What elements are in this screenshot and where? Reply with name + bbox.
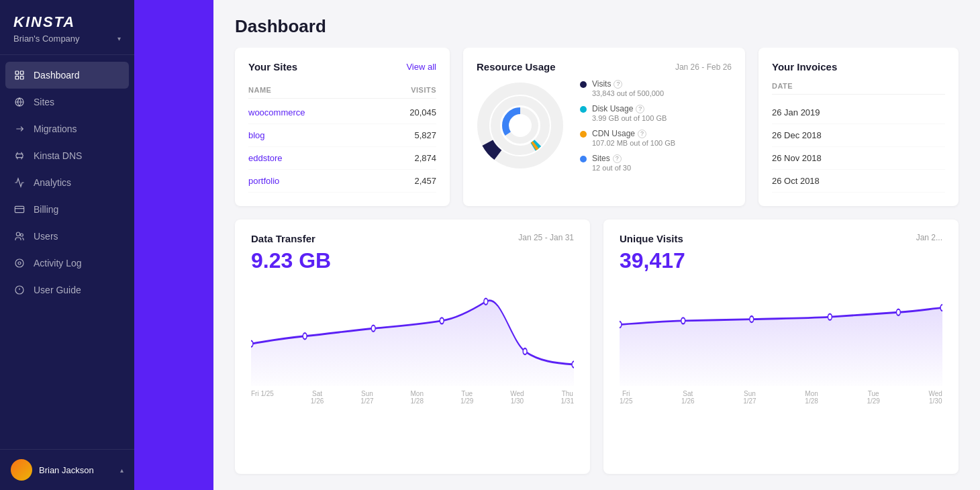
- chevron-down-icon: ▾: [117, 35, 121, 42]
- svg-point-7: [16, 232, 19, 236]
- unique-visits-chart: [620, 279, 942, 386]
- resource-card-header: Resource Usage Jan 26 - Feb 26: [477, 61, 732, 72]
- sidebar-item-sites[interactable]: Sites: [0, 89, 134, 115]
- invoice-row-2[interactable]: 26 Nov 2018: [772, 147, 945, 170]
- site-name-1[interactable]: blog: [248, 130, 265, 140]
- table-row: woocommerce 20,045: [248, 101, 436, 124]
- x-label-2: Sun1/27: [360, 390, 373, 405]
- disk-label: Disk Usage: [592, 104, 633, 113]
- top-row: Your Sites View all NAME VISITS woocomme…: [235, 48, 959, 206]
- sidebar-item-user-guide[interactable]: User Guide: [0, 277, 134, 303]
- sidebar-item-label-sites: Sites: [34, 97, 54, 107]
- table-row: eddstore 2,874: [248, 147, 436, 170]
- svg-point-32: [896, 309, 900, 315]
- invoice-row-3[interactable]: 26 Oct 2018: [772, 170, 945, 193]
- invoice-row-0[interactable]: 26 Jan 2019: [772, 101, 945, 124]
- sidebar-item-migrations[interactable]: Migrations: [0, 115, 134, 142]
- disk-info-icon[interactable]: ?: [636, 105, 644, 113]
- x-label-3: Mon1/28: [411, 390, 424, 405]
- sidebar-item-label-dashboard: Dashboard: [34, 70, 80, 81]
- dashboard-icon: [13, 69, 26, 81]
- legend-item-cdn: CDN Usage ? 107.02 MB out of 100 GB: [580, 129, 675, 147]
- legend-item-sites: Sites ? 12 out of 30: [580, 154, 675, 172]
- donut-chart: [477, 82, 564, 169]
- sidebar-item-analytics[interactable]: Analytics: [0, 169, 134, 196]
- sidebar-item-dashboard[interactable]: Dashboard: [5, 62, 129, 89]
- cdn-value: 107.02 MB out of 100 GB: [592, 139, 675, 147]
- unique-visits-header: Unique Visits Jan 2...: [620, 233, 942, 244]
- unique-visits-value: 39,417: [620, 248, 942, 273]
- x-label-6: Thu1/31: [561, 390, 574, 405]
- svg-rect-1: [20, 71, 23, 75]
- x-label-5: Wed1/30: [510, 390, 524, 405]
- cdn-info-icon[interactable]: ?: [638, 130, 646, 138]
- data-transfer-card: Data Transfer Jan 25 - Jan 31 9.23 GB: [235, 219, 590, 474]
- sites-icon: [13, 96, 26, 108]
- sidebar-nav: Dashboard Sites Migrations Kinsta DNS: [0, 55, 134, 449]
- legend-label-row: Visits ?: [592, 79, 664, 89]
- sites-dot: [580, 156, 587, 162]
- kinsta-logo: KINSTA: [13, 13, 121, 31]
- sidebar-item-label-activity-log: Activity Log: [34, 258, 82, 268]
- sidebar-item-kinsta-dns[interactable]: Kinsta DNS: [0, 142, 134, 169]
- cdn-dot: [580, 131, 587, 138]
- sidebar-item-label-billing: Billing: [34, 204, 58, 215]
- sites-card: Your Sites View all NAME VISITS woocomme…: [235, 48, 450, 206]
- user-menu[interactable]: Brian Jackson ▴: [0, 449, 134, 490]
- uv-x-label-4: Tue1/29: [867, 390, 879, 405]
- legend-item-visits: Visits ? 33,843 out of 500,000: [580, 79, 675, 97]
- legend-text-visits: Visits ? 33,843 out of 500,000: [592, 79, 664, 97]
- svg-point-27: [572, 361, 574, 367]
- data-transfer-x-axis: Fri 1/25 Sat1/26 Sun1/27 Mon1/28 Tue1/29…: [251, 386, 574, 405]
- unique-visits-card: Unique Visits Jan 2... 39,417: [603, 219, 959, 474]
- page-header: Dashboard: [213, 0, 980, 48]
- sites-legend-label: Sites: [592, 154, 610, 163]
- uv-x-label-1: Sat1/26: [681, 390, 694, 405]
- sidebar-header: KINSTA Brian's Company ▾: [0, 0, 134, 55]
- resource-card: Resource Usage Jan 26 - Feb 26: [463, 48, 745, 206]
- bottom-row: Data Transfer Jan 25 - Jan 31 9.23 GB: [235, 219, 959, 474]
- sites-list: woocommerce 20,045 blog 5,827 eddstore 2…: [248, 101, 436, 193]
- svg-point-25: [484, 299, 488, 305]
- disk-value: 3.99 GB out of 100 GB: [592, 114, 667, 122]
- analytics-icon: [13, 177, 26, 189]
- visits-info-icon[interactable]: ?: [614, 80, 622, 89]
- user-menu-chevron-icon: ▴: [120, 467, 124, 474]
- visits-label: Visits: [592, 79, 611, 89]
- svg-point-24: [440, 317, 444, 324]
- sidebar-item-label-user-guide: User Guide: [34, 285, 81, 295]
- site-visits-0: 20,045: [409, 107, 436, 117]
- svg-point-33: [940, 305, 942, 311]
- invoices-card: Your Invoices DATE 26 Jan 2019 26 Dec 20…: [758, 48, 959, 206]
- avatar: [11, 459, 32, 481]
- uv-x-label-0: Fri1/25: [620, 390, 632, 405]
- invoices-card-header: Your Invoices: [772, 61, 945, 72]
- site-name-2[interactable]: eddstore: [248, 153, 283, 163]
- svg-point-28: [620, 322, 622, 328]
- resource-card-title: Resource Usage: [477, 61, 556, 72]
- sidebar-item-billing[interactable]: Billing: [0, 196, 134, 223]
- site-name-0[interactable]: woocommerce: [248, 107, 305, 117]
- view-all-link[interactable]: View all: [406, 62, 436, 72]
- svg-rect-2: [15, 76, 19, 79]
- invoice-row-1[interactable]: 26 Dec 2018: [772, 124, 945, 147]
- col-name-label: NAME: [248, 86, 271, 94]
- legend-label-row: Disk Usage ?: [592, 104, 667, 113]
- svg-rect-3: [20, 76, 23, 79]
- cdn-label: CDN Usage: [592, 129, 635, 138]
- sidebar-item-label-analytics: Analytics: [34, 177, 71, 188]
- data-transfer-value: 9.23 GB: [251, 248, 574, 273]
- sidebar-item-users[interactable]: Users: [0, 223, 134, 250]
- sidebar-item-activity-log[interactable]: Activity Log: [0, 250, 134, 277]
- uv-x-label-2: Sun1/27: [743, 390, 756, 405]
- data-transfer-chart: [251, 279, 574, 386]
- site-name-3[interactable]: portfolio: [248, 176, 279, 186]
- company-selector[interactable]: Brian's Company ▾: [13, 34, 121, 44]
- svg-point-21: [251, 341, 253, 347]
- col-visits-label: VISITS: [411, 86, 436, 94]
- accent-bar: KINSTA Brian's Company ▾ Dashboard Sites: [0, 0, 213, 490]
- sidebar: KINSTA Brian's Company ▾ Dashboard Sites: [0, 0, 134, 490]
- sites-info-icon[interactable]: ?: [613, 154, 622, 163]
- company-name-label: Brian's Company: [13, 34, 80, 44]
- dashboard-grid: Your Sites View all NAME VISITS woocomme…: [213, 48, 980, 490]
